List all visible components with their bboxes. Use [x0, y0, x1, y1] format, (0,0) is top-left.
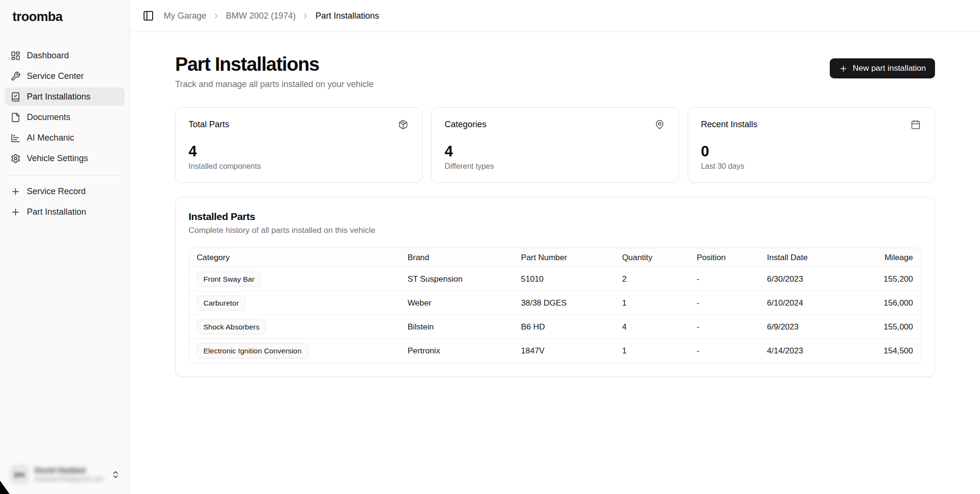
cell-quantity: 1: [614, 346, 689, 356]
avatar: DH: [10, 465, 29, 484]
breadcrumb-my-garage[interactable]: My Garage: [164, 11, 206, 21]
cell-install-date: 4/14/2023: [759, 346, 849, 356]
cell-position: -: [689, 298, 759, 308]
sidebar: troomba Dashboard Service Center Part In…: [0, 0, 130, 494]
table-row[interactable]: Electronic Ignition Conversion Pertronix…: [189, 339, 921, 363]
cell-brand: Bilstein: [400, 322, 513, 332]
column-header-position: Position: [689, 253, 759, 263]
gear-icon: [11, 154, 21, 164]
column-header-install-date: Install Date: [759, 253, 849, 263]
installed-parts-title: Installed Parts: [189, 211, 922, 222]
table-header-row: Category Brand Part Number Quantity Posi…: [189, 248, 921, 267]
stat-caption: Last 30 days: [701, 162, 921, 171]
installed-parts-card: Installed Parts Complete history of all …: [175, 197, 935, 377]
sidebar-item-ai-mechanic[interactable]: AI Mechanic: [5, 129, 125, 147]
stat-card-recent-installs: Recent Installs 0 Last 30 days: [688, 107, 935, 183]
sidebar-item-label: Vehicle Settings: [27, 154, 88, 164]
breadcrumb-current: Part Installations: [315, 11, 379, 21]
top-bar: My Garage BMW 2002 (1974) Part Installat…: [130, 0, 980, 32]
category-badge: Shock Absorbers: [197, 319, 266, 334]
chevrons-up-down-icon: [111, 470, 120, 479]
cell-brand: Pertronix: [400, 346, 513, 356]
user-name: David Haddad: [34, 466, 106, 475]
column-header-quantity: Quantity: [614, 253, 689, 263]
main-column: My Garage BMW 2002 (1974) Part Installat…: [130, 0, 980, 494]
cell-install-date: 6/9/2023: [759, 322, 849, 332]
sidebar-item-documents[interactable]: Documents: [5, 108, 125, 126]
chevron-right-icon: [212, 12, 220, 20]
page-header: Part Installations Track and manage all …: [175, 53, 935, 89]
sidebar-action-label: Service Record: [27, 187, 86, 197]
cell-quantity: 2: [614, 274, 689, 284]
category-badge: Carburetor: [197, 296, 245, 310]
installed-parts-subtitle: Complete history of all parts installed …: [189, 226, 922, 235]
breadcrumb-vehicle[interactable]: BMW 2002 (1974): [226, 11, 296, 21]
sidebar-item-service-center[interactable]: Service Center: [5, 67, 125, 85]
sidebar-divider: [8, 175, 122, 176]
sidebar-action-part-installation[interactable]: Part Installation: [5, 203, 125, 221]
table-row[interactable]: Front Sway Bar ST Suspension 51010 2 - 6…: [189, 267, 921, 291]
cell-quantity: 4: [614, 322, 689, 332]
cell-position: -: [689, 322, 759, 332]
cell-install-date: 6/10/2024: [759, 298, 849, 308]
cell-part-number: 1847V: [513, 346, 614, 356]
sidebar-quick-actions: Service Record Part Installation: [5, 182, 125, 221]
sidebar-item-part-installations[interactable]: Part Installations: [5, 88, 125, 106]
sidebar-item-dashboard[interactable]: Dashboard: [5, 46, 125, 65]
table-row[interactable]: Shock Absorbers Bilstein B6 HD 4 - 6/9/2…: [189, 315, 921, 339]
column-header-mileage: Mileage: [849, 253, 921, 263]
stat-caption: Installed components: [189, 162, 408, 171]
cell-install-date: 6/30/2023: [759, 274, 849, 284]
plus-icon: [839, 64, 848, 73]
stat-title: Recent Installs: [701, 120, 757, 130]
user-menu[interactable]: DH David Haddad dhaddad768@gmail.com: [5, 461, 125, 488]
dashboard-grid-icon: [11, 51, 21, 61]
column-header-part-number: Part Number: [513, 253, 614, 263]
stat-value: 0: [701, 143, 921, 160]
column-header-brand: Brand: [400, 253, 513, 263]
cell-quantity: 1: [614, 298, 689, 308]
cell-part-number: 51010: [513, 274, 614, 284]
chevron-right-icon: [301, 12, 310, 20]
stat-value: 4: [189, 143, 408, 160]
cell-position: -: [689, 346, 759, 356]
new-part-installation-button[interactable]: New part installation: [830, 58, 935, 78]
cell-mileage: 155,200: [849, 274, 921, 284]
avatar-initials: DH: [14, 471, 25, 479]
cell-part-number: B6 HD: [513, 322, 614, 332]
sidebar-item-label: AI Mechanic: [27, 133, 74, 143]
category-badge: Front Sway Bar: [197, 272, 261, 286]
map-pin-icon: [655, 120, 665, 130]
user-email: dhaddad768@gmail.com: [34, 475, 106, 483]
cell-position: -: [689, 274, 759, 284]
sidebar-nav: Dashboard Service Center Part Installati…: [5, 46, 125, 167]
sidebar-item-vehicle-settings[interactable]: Vehicle Settings: [5, 149, 125, 167]
sidebar-action-service-record[interactable]: Service Record: [5, 182, 125, 200]
cell-part-number: 38/38 DGES: [513, 298, 614, 308]
column-header-category: Category: [189, 253, 400, 263]
plus-icon: [11, 207, 21, 217]
page-title: Part Installations: [175, 53, 374, 75]
new-part-installation-label: New part installation: [853, 64, 926, 73]
document-icon: [11, 112, 21, 122]
cell-brand: ST Suspension: [400, 274, 513, 284]
app-logo: troomba: [5, 7, 125, 24]
sidebar-item-label: Part Installations: [27, 92, 90, 102]
sidebar-action-label: Part Installation: [27, 207, 86, 217]
category-badge: Electronic Ignition Conversion: [197, 343, 308, 358]
wrench-icon: [11, 71, 21, 81]
sidebar-toggle-icon[interactable]: [143, 10, 154, 22]
parts-table: Category Brand Part Number Quantity Posi…: [189, 248, 922, 363]
sidebar-item-label: Documents: [27, 112, 70, 122]
cell-mileage: 155,000: [849, 322, 921, 332]
stat-title: Total Parts: [189, 120, 229, 130]
bar-chart-icon: [11, 133, 21, 143]
sidebar-item-label: Service Center: [27, 71, 84, 81]
table-row[interactable]: Carburetor Weber 38/38 DGES 1 - 6/10/202…: [189, 291, 921, 315]
table-body: Front Sway Bar ST Suspension 51010 2 - 6…: [189, 267, 921, 363]
stat-title: Categories: [445, 120, 486, 130]
breadcrumb: My Garage BMW 2002 (1974) Part Installat…: [164, 11, 379, 21]
stat-caption: Different types: [445, 162, 664, 171]
user-info: David Haddad dhaddad768@gmail.com: [34, 466, 106, 483]
cell-brand: Weber: [400, 298, 513, 308]
